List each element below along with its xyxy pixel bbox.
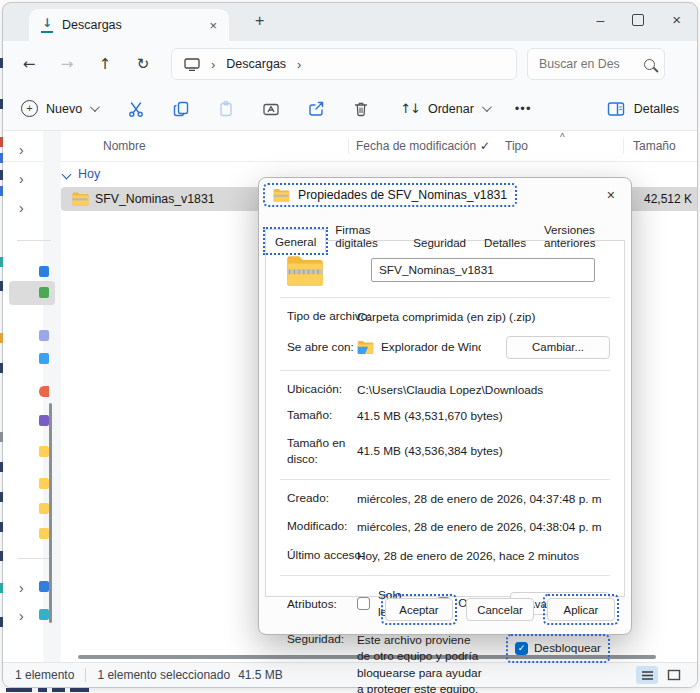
tree-expand-icon[interactable]: ›	[19, 201, 24, 215]
general-tab-page: Tipo de archivo: Carpeta comprimida (en …	[265, 240, 625, 597]
size-value: 41.5 MB (43,531,670 bytes)	[357, 408, 610, 425]
cancel-button[interactable]: Cancelar	[466, 598, 534, 621]
clipped-edge-fragment	[0, 58, 3, 68]
breadcrumb-chevron-icon: ›	[211, 57, 215, 72]
clipped-edge-fragment	[0, 186, 3, 196]
address-bar[interactable]: › Descargas ›	[171, 48, 517, 80]
copy-button[interactable]	[172, 100, 190, 118]
sidebar-scrollbar-thumb[interactable]	[49, 403, 52, 623]
breadcrumb-chevron-icon[interactable]: ›	[297, 57, 301, 72]
ok-button[interactable]: Aceptar	[385, 598, 453, 621]
clipped-desktop-text	[70, 688, 89, 692]
sidebar-icon-fragment	[39, 503, 49, 514]
column-type[interactable]: Tipo	[505, 139, 528, 153]
breadcrumb-descargas[interactable]: Descargas	[226, 57, 286, 71]
details-pane-label: Detalles	[634, 102, 679, 116]
details-view-icon	[641, 670, 654, 681]
new-button[interactable]: + Nuevo	[21, 100, 97, 117]
group-header-label: Hoy	[78, 167, 100, 181]
tree-expand-icon[interactable]: ›	[19, 609, 24, 623]
tab-detalles[interactable]: Detalles	[475, 232, 535, 252]
tab-seguridad[interactable]: Seguridad	[404, 232, 475, 252]
tree-expand-icon[interactable]: ›	[19, 143, 24, 157]
sort-button[interactable]: ↑↓ Ordenar	[400, 101, 489, 116]
explorer-tab-descargas[interactable]: ↓ Descargas ×	[29, 9, 229, 41]
sidebar-icon-fragment	[39, 266, 49, 277]
apply-annotation: Aplicar	[543, 594, 619, 625]
delete-button[interactable]	[352, 100, 370, 118]
tab-versiones-anteriores[interactable]: Versiones anteriores	[535, 219, 631, 252]
row-label: Se abre con:	[287, 340, 357, 354]
file-name: SFV_Nominas_v1831	[95, 192, 215, 206]
dialog-title-bar: Propiedades de SFV_Nominas_v1831 ×	[259, 178, 631, 207]
sort-arrows-icon: ↑↓	[400, 101, 420, 116]
column-size[interactable]: Tamaño	[633, 139, 676, 153]
minimize-button[interactable]: –	[596, 12, 604, 28]
chevron-down-icon	[482, 102, 492, 112]
file-name-input[interactable]	[371, 258, 595, 282]
apply-button[interactable]: Aplicar	[547, 598, 615, 621]
tab-general[interactable]: General	[265, 229, 326, 253]
explorer-folder-icon	[357, 340, 374, 354]
group-collapse-icon	[62, 169, 72, 179]
details-view-button[interactable]	[636, 666, 658, 684]
up-button[interactable]: ↑	[97, 55, 113, 73]
tab-firmas-digitales[interactable]: Firmas digitales	[326, 219, 404, 252]
dialog-close-button[interactable]: ×	[599, 185, 623, 205]
created-value: miércoles, 28 de enero de 2026, 04:37:48…	[357, 491, 610, 508]
accessed-value: Hoy, 28 de enero de 2026, hace 2 minutos	[357, 548, 610, 565]
unblock-label: Desbloquear	[534, 640, 601, 657]
change-button[interactable]: Cambiar...	[506, 336, 610, 359]
download-icon: ↓	[41, 17, 53, 32]
rename-button[interactable]	[262, 100, 280, 118]
sidebar-icon-fragment	[39, 415, 49, 426]
details-pane-icon	[607, 101, 625, 117]
sidebar-icon-fragment	[39, 581, 49, 592]
cut-button[interactable]	[127, 100, 145, 118]
share-button[interactable]	[307, 100, 325, 118]
sidebar-icon-fragment	[39, 386, 49, 397]
sidebar-icon-fragment	[39, 528, 49, 539]
refresh-button[interactable]: ↻	[135, 55, 151, 73]
details-pane-button[interactable]: Detalles	[607, 101, 679, 117]
opens-with-value: Explorador de Windows	[381, 339, 481, 356]
unblock-checkbox[interactable]: ✓	[515, 642, 528, 655]
readonly-checkbox[interactable]	[357, 597, 370, 610]
check-icon: ✓	[480, 139, 490, 153]
unblock-annotation: ✓ Desbloquear	[506, 634, 610, 663]
column-modified[interactable]: Fecha de modificación	[356, 139, 476, 153]
column-divider[interactable]	[348, 138, 349, 154]
large-icons-view-button[interactable]	[663, 666, 685, 684]
tree-expand-icon[interactable]: ›	[19, 581, 24, 595]
row-label: Tamaño:	[287, 408, 357, 422]
group-header-hoy[interactable]: Hoy	[63, 167, 100, 181]
column-name[interactable]: Nombre	[103, 139, 146, 153]
row-label: Ubicación:	[287, 382, 357, 396]
clipped-edge-fragment	[0, 333, 3, 343]
command-toolbar: + Nuevo	[3, 87, 697, 131]
more-options-button[interactable]: •••	[515, 101, 532, 116]
window-close-button[interactable]: ×	[672, 11, 681, 28]
clipped-desktop-text	[6, 688, 32, 692]
navigation-bar: ← → ↑ ↻ › Descargas ›	[3, 41, 697, 87]
maximize-button[interactable]	[632, 14, 644, 26]
large-icons-view-icon	[667, 669, 681, 681]
clipped-edge-fragment	[0, 551, 3, 561]
plus-circle-icon: +	[21, 100, 38, 117]
row-label: Tamaño en disco:	[287, 435, 349, 468]
paste-button	[217, 100, 235, 118]
row-label: Tipo de archivo:	[287, 309, 357, 323]
column-divider[interactable]	[623, 138, 624, 154]
tree-expand-icon[interactable]: ›	[19, 172, 24, 186]
search-box[interactable]	[527, 48, 665, 80]
screenshot-root: ↓ Descargas × + – × ← → ↑ ↻	[0, 0, 700, 693]
search-input[interactable]	[537, 56, 637, 72]
new-button-label: Nuevo	[46, 102, 82, 116]
clipped-edge-fragment	[0, 137, 3, 147]
back-button[interactable]: ←	[21, 55, 37, 73]
clipped-edge-fragment	[0, 170, 3, 180]
new-tab-button[interactable]: +	[255, 12, 264, 30]
clipped-edge-fragment	[0, 363, 3, 373]
modified-value: miércoles, 28 de enero de 2026, 04:38:04…	[357, 519, 610, 536]
tab-close-icon[interactable]: ×	[209, 18, 217, 33]
